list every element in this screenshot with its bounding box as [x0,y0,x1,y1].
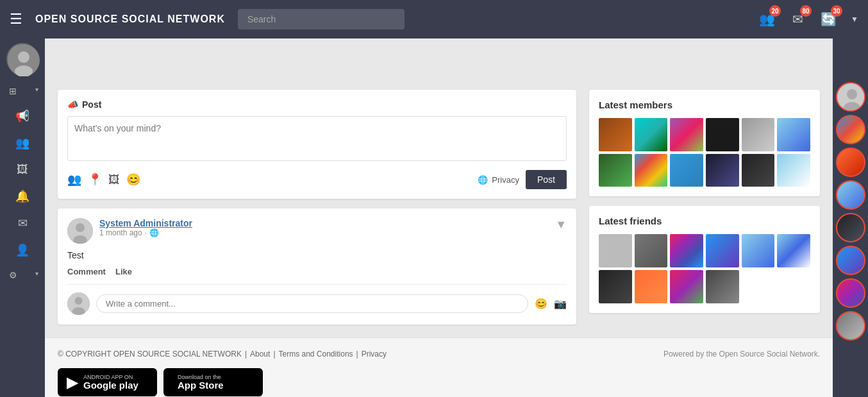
envelope-icon: ✉ [18,216,28,230]
sidebar-user-avatar[interactable] [6,43,38,75]
latest-friends-grid [599,234,810,303]
navbar-actions: 👥 20 ✉ 80 🔄 30 ▼ [755,8,858,31]
member-thumb-2[interactable] [635,118,668,151]
google-play-button[interactable]: ▶ ANDROID APP ON Google play [58,368,157,396]
app-store-text: Download on the App Store [178,374,224,391]
footer-privacy-link[interactable]: Privacy [362,350,387,359]
svg-point-4 [76,223,85,232]
photo-upload-icon[interactable]: 🖼 [108,173,120,187]
friend-thumb-10[interactable] [706,270,739,303]
right-avatar-1[interactable] [836,82,865,112]
latest-members-grid [599,118,810,187]
friend-thumb-3[interactable] [670,234,703,267]
member-thumb-8[interactable] [635,154,668,187]
svg-point-10 [847,89,857,99]
friend-thumb-1[interactable] [599,234,632,267]
app-store-button[interactable]: Download on the App Store [163,368,263,396]
post-box-title: 📣 Post [67,99,567,110]
footer-about-link[interactable]: About [250,350,270,359]
right-avatar-8[interactable] [836,311,865,341]
main-content: 📣 Post 👥 📍 🖼 😊 🌐 Privacy Post [45,77,833,397]
right-avatar-3[interactable] [836,148,865,177]
right-avatar-6[interactable] [836,246,865,275]
friend-thumb-4[interactable] [706,234,739,267]
globe-icon: 🌐 [478,175,488,185]
right-avatar-7[interactable] [836,278,865,308]
comment-camera-icon[interactable]: 📷 [554,298,567,310]
footer-left: © COPYRIGHT OPEN SOURCE SOCIAL NETWORK |… [58,350,387,396]
sidebar-item-groups[interactable]: 👥 [0,130,45,156]
sidebar-item-settings[interactable]: ⚙ ▾ [0,264,45,287]
search-input[interactable] [238,9,405,30]
requests-button[interactable]: 🔄 30 [817,8,840,31]
navbar-dropdown-arrow[interactable]: ▼ [851,15,858,24]
feed-post-content: Test [67,250,567,260]
location-icon[interactable]: 📍 [88,173,102,187]
right-avatar-4[interactable] [836,180,865,210]
powered-by-text: Powered by the Open Source Social Networ… [664,350,820,359]
post-visibility-icon: 🌐 [149,228,159,237]
like-button[interactable]: Like [115,267,132,276]
comment-emoji-icon[interactable]: 😊 [535,298,547,310]
member-thumb-1[interactable] [599,118,632,151]
feed-post-footer: Comment Like [67,267,567,276]
comment-input[interactable] [96,294,528,313]
comment-button[interactable]: Comment [67,267,106,276]
privacy-selector[interactable]: 🌐 Privacy [478,175,519,185]
friend-thumb-7[interactable] [599,270,632,303]
sidebar-item-home[interactable]: ⊞ ▾ [0,80,45,103]
bell-icon: 🔔 [15,189,29,203]
google-play-label: Google play [83,380,138,391]
footer-links: © COPYRIGHT OPEN SOURCE SOCIAL NETWORK |… [58,350,387,359]
sidebar-item-notifications[interactable]: 🔔 [0,183,45,210]
member-thumb-5[interactable] [742,118,775,151]
member-thumb-10[interactable] [706,154,739,187]
member-thumb-6[interactable] [777,118,810,151]
sidebar: ⊞ ▾ 📢 👥 🖼 🔔 ✉ 👤 ⚙ ▾ [0,38,45,397]
feed-post-menu-button[interactable]: ▼ [555,218,567,232]
friend-thumb-5[interactable] [742,234,775,267]
sidebar-item-messages[interactable]: ✉ [0,210,45,237]
friend-thumb-9[interactable] [670,270,703,303]
menu-icon[interactable]: ☰ [10,11,22,28]
google-play-text: ANDROID APP ON Google play [83,374,138,391]
right-avatar-5[interactable] [836,213,865,242]
feed-user-info: System Administrator 1 month ago · 🌐 [99,218,555,237]
home-arrow-icon: ▾ [35,86,38,96]
friend-thumb-8[interactable] [635,270,668,303]
post-box: 📣 Post 👥 📍 🖼 😊 🌐 Privacy Post [58,90,576,199]
feed-post-header: System Administrator 1 month ago · 🌐 ▼ [67,218,567,244]
emoji-icon[interactable]: 😊 [126,173,140,187]
friend-thumb-2[interactable] [635,234,668,267]
sidebar-item-photos[interactable]: 🖼 [0,156,45,183]
right-avatar-2[interactable] [836,115,865,144]
navbar: ☰ OPEN SOURCE SOCIAL NETWORK 👥 20 ✉ 80 🔄… [0,0,868,38]
tag-people-icon[interactable]: 👥 [67,173,81,187]
footer-copyright: © COPYRIGHT OPEN SOURCE SOCIAL NETWORK [58,350,242,359]
footer-terms-link[interactable]: Terms and Conditions [279,350,353,359]
member-thumb-3[interactable] [670,118,703,151]
feed-username[interactable]: System Administrator [99,218,555,228]
member-thumb-9[interactable] [670,154,703,187]
post-button[interactable]: Post [526,170,567,189]
member-thumb-11[interactable] [742,154,775,187]
footer-top: © COPYRIGHT OPEN SOURCE SOCIAL NETWORK |… [58,350,820,396]
member-thumb-12[interactable] [777,154,810,187]
svg-point-7 [75,297,83,305]
sidebar-item-friends[interactable]: 👤 [0,237,45,264]
member-thumb-4[interactable] [706,118,739,151]
svg-point-1 [18,51,29,63]
feed-post: System Administrator 1 month ago · 🌐 ▼ T… [58,208,576,325]
content-area: 📣 Post 👥 📍 🖼 😊 🌐 Privacy Post [45,77,833,337]
friends-notifications-button[interactable]: 👥 20 [755,8,778,31]
post-textarea[interactable] [67,116,567,161]
sidebar-item-announcements[interactable]: 📢 [0,103,45,130]
app-buttons: ▶ ANDROID APP ON Google play Download on… [58,368,387,396]
friends-badge: 20 [769,5,781,17]
friend-thumb-6[interactable] [777,234,810,267]
groups-icon: 👥 [15,136,29,150]
member-thumb-7[interactable] [599,154,632,187]
messages-button[interactable]: ✉ 80 [786,8,809,31]
footer: © COPYRIGHT OPEN SOURCE SOCIAL NETWORK |… [45,337,833,397]
app-title: OPEN SOURCE SOCIAL NETWORK [35,13,225,25]
